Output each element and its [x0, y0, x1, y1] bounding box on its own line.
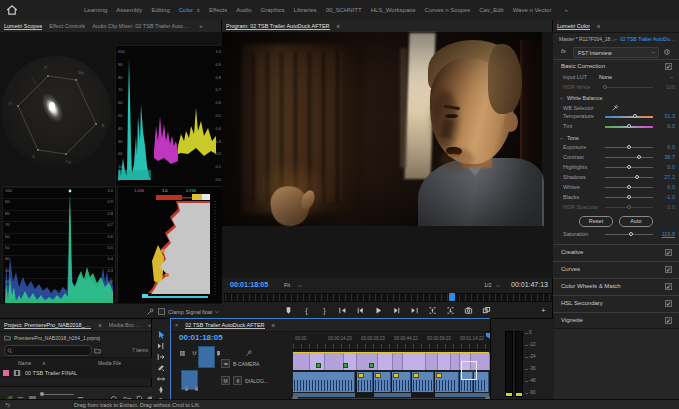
- video-clip[interactable]: [451, 353, 460, 370]
- selection-tool[interactable]: [156, 325, 166, 335]
- program-playhead[interactable]: [449, 293, 455, 301]
- add-marker-icon[interactable]: [215, 350, 222, 357]
- selected-clip-outline[interactable]: [461, 361, 477, 380]
- scope-format-dropdown[interactable]: float: [202, 309, 212, 315]
- shadows-slider[interactable]: [605, 177, 653, 178]
- video-clip[interactable]: [393, 353, 403, 370]
- clamp-signal-checkbox[interactable]: [158, 308, 165, 315]
- project-writable-icon[interactable]: [4, 390, 13, 399]
- tab-overflow-icon[interactable]: »: [564, 7, 567, 13]
- tab-overflow-icon[interactable]: »: [148, 322, 151, 328]
- preset-dropdown[interactable]: FS7 Interview: [573, 47, 659, 58]
- extract-button[interactable]: [444, 304, 457, 316]
- audio-clip[interactable]: [435, 393, 489, 397]
- workspace-tab-learning[interactable]: Learning: [84, 7, 107, 13]
- panel-menu-icon[interactable]: ≡: [98, 322, 101, 328]
- zoom-slider[interactable]: [42, 394, 74, 395]
- undo-history-icon[interactable]: [4, 401, 11, 408]
- slider-handle[interactable]: [629, 232, 633, 236]
- section-checkbox[interactable]: ✓: [665, 300, 672, 307]
- column-name[interactable]: Name: [18, 360, 31, 366]
- hdr-specular-value[interactable]: 0.0: [653, 204, 675, 210]
- section-checkbox[interactable]: ✓: [665, 249, 672, 256]
- video-track-v1[interactable]: [293, 353, 489, 370]
- exposure-value[interactable]: 0.0: [653, 144, 675, 150]
- workspace-tab-color[interactable]: Color: [179, 7, 193, 13]
- tab-overflow-icon[interactable]: »: [199, 23, 202, 29]
- section-checkbox[interactable]: ✓: [665, 317, 672, 324]
- project-list-item[interactable]: 00 TSB Trailer FINAL: [0, 367, 152, 378]
- project-tab[interactable]: Project: PremierePro_NAB2018_h264_1: [4, 322, 91, 329]
- zoom-slider-handle[interactable]: [40, 392, 44, 396]
- eyedropper-icon[interactable]: [611, 104, 619, 112]
- add-marker-button[interactable]: [282, 304, 295, 316]
- track-lock-icon[interactable]: [193, 385, 200, 392]
- workspace-tab-effects[interactable]: Effects: [209, 7, 227, 13]
- section-curves[interactable]: Curves✓: [553, 261, 679, 276]
- input-lut-dropdown[interactable]: None: [599, 74, 612, 80]
- snap-magnet-icon[interactable]: [191, 350, 198, 357]
- pen-tool[interactable]: [156, 380, 166, 390]
- icon-view[interactable]: [28, 390, 37, 399]
- slider-handle[interactable]: [633, 114, 637, 118]
- audio-track-a2[interactable]: [293, 393, 489, 397]
- new-bin-icon[interactable]: [123, 390, 132, 399]
- master-clip-dropdown[interactable]: Master * R117F004_180…: [559, 36, 617, 42]
- basic-correction-header[interactable]: Basic Correction: [561, 63, 605, 69]
- audio-clip[interactable]: [293, 393, 355, 397]
- reset-button[interactable]: Reset: [579, 216, 613, 227]
- shadows-value[interactable]: 27.2: [653, 174, 675, 180]
- filter-bin-icon[interactable]: [94, 347, 101, 354]
- slider-handle[interactable]: [627, 165, 631, 169]
- workspace-tab-wave-n-vector[interactable]: Wave n Vector: [513, 7, 552, 13]
- tint-value[interactable]: 0.0: [653, 123, 675, 129]
- workspace-menu-icon[interactable]: ≡: [197, 7, 200, 13]
- new-item-icon[interactable]: [135, 390, 144, 399]
- section-hsl-secondary[interactable]: HSL Secondary✓: [553, 295, 679, 310]
- find-icon[interactable]: [110, 390, 119, 399]
- section-color-wheels-match[interactable]: Color Wheels & Match✓: [553, 278, 679, 293]
- section-checkbox[interactable]: ✓: [665, 283, 672, 290]
- search-box[interactable]: [4, 345, 92, 356]
- slip-tool[interactable]: [156, 369, 166, 379]
- video-clip[interactable]: [378, 353, 393, 370]
- slider-handle[interactable]: [635, 175, 639, 179]
- button-editor-plus[interactable]: +: [541, 306, 546, 315]
- fit-dropdown[interactable]: Fit: [284, 282, 290, 288]
- audio-clip[interactable]: [374, 393, 411, 397]
- panel-menu-icon[interactable]: ≡: [597, 23, 600, 29]
- slider-handle[interactable]: [627, 145, 631, 149]
- program-scrubber[interactable]: [224, 293, 553, 302]
- timeline-timecode[interactable]: 00:01:18:05: [179, 333, 223, 342]
- tab-effect-controls[interactable]: Effect Controls: [49, 23, 85, 29]
- video-clip[interactable]: [438, 353, 451, 370]
- audio-track-a1[interactable]: [293, 372, 489, 392]
- label-color-swatch[interactable]: [3, 370, 9, 376]
- workspace-tab-cav-edit[interactable]: Cav_Edit: [479, 7, 503, 13]
- chevron-down-icon[interactable]: [559, 96, 564, 101]
- section-creative[interactable]: Creative✓: [553, 244, 679, 259]
- panel-menu-icon[interactable]: ≡: [272, 322, 275, 328]
- white-balance-header[interactable]: White Balance: [567, 95, 602, 101]
- contrast-value[interactable]: 38.7: [653, 154, 675, 160]
- audio-clip[interactable]: [293, 372, 355, 392]
- search-input[interactable]: [15, 346, 89, 355]
- breadcrumb[interactable]: PremierePro_NAB2018_h264_1.prproj: [14, 335, 100, 341]
- track-select-forward-tool[interactable]: [156, 336, 166, 346]
- blacks-value[interactable]: -1.0: [653, 194, 675, 200]
- slider-handle[interactable]: [627, 124, 631, 128]
- workspace-tab-00-schnitt[interactable]: 00_SCHNITT: [326, 7, 362, 13]
- temperature-value[interactable]: 31.3: [653, 113, 675, 119]
- workspace-tab-editing[interactable]: Editing: [151, 7, 169, 13]
- scope-settings-wrench-icon[interactable]: [146, 308, 154, 316]
- step-back-button[interactable]: [354, 304, 367, 316]
- lift-button[interactable]: [426, 304, 439, 316]
- go-to-out-button[interactable]: [408, 304, 421, 316]
- comparison-view-button[interactable]: [480, 304, 493, 316]
- media-browser-tab[interactable]: Media Browser: [109, 322, 141, 328]
- auto-button[interactable]: Auto: [619, 216, 653, 227]
- nest-toggle-icon[interactable]: [179, 350, 186, 357]
- workspace-tab-hls-workspace[interactable]: HLS_Workspace: [371, 7, 416, 13]
- sequence-tab[interactable]: 02 TSB Trailer AutoDuck AFTER: [185, 322, 264, 329]
- source-patch-video[interactable]: [198, 346, 215, 368]
